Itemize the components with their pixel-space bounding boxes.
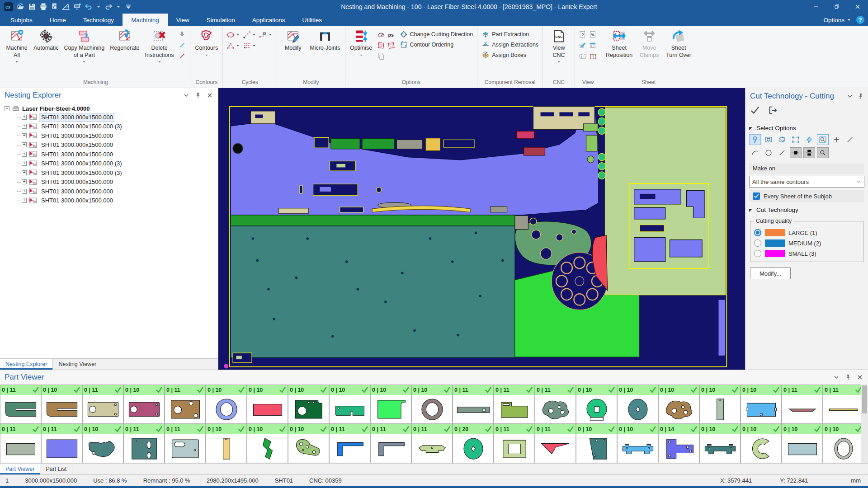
make-on-select[interactable]: All the same contours [749, 176, 864, 188]
part-card[interactable]: 0 | 11 [330, 424, 370, 463]
part-card[interactable]: 0 | 10 [741, 424, 781, 463]
check-box-button[interactable] [578, 41, 587, 50]
part-card[interactable]: 0 | 10 [618, 424, 658, 463]
part-card[interactable]: 0 | 10 [124, 385, 164, 423]
pin-icon[interactable] [194, 92, 202, 99]
redo-icon[interactable] [104, 3, 113, 11]
radio-button[interactable] [754, 250, 761, 257]
sheet-turn-over-button[interactable]: Sheet Turn Over [664, 28, 693, 79]
part-card[interactable]: 0 | 11 [0, 424, 41, 463]
slash-red-button[interactable] [178, 52, 186, 60]
tool-double-square-button[interactable] [803, 147, 815, 158]
part-card[interactable]: 0 | 10 [741, 385, 781, 423]
part-card[interactable]: 0 | 11 [371, 424, 411, 463]
tab-applications[interactable]: Applications [244, 14, 294, 26]
machine-all-button[interactable]: Machine All [3, 28, 30, 79]
doc-percent-button[interactable]: % [589, 30, 598, 39]
part-card[interactable]: 0 | 10 [782, 424, 822, 463]
dropdown-caret-icon[interactable] [116, 4, 121, 9]
part-card[interactable]: 0 | 20 [453, 424, 493, 463]
cycle-ellipse-button[interactable] [226, 30, 241, 39]
tree-item-sheet-9[interactable]: +SHT01 3000.000x1500.000 [17, 187, 218, 196]
part-card[interactable]: 0 | 10 [206, 424, 246, 463]
ps-button[interactable]: ps [387, 30, 396, 39]
delete-instructions-button[interactable]: Delete Instructions [143, 28, 176, 79]
tool-line-button[interactable] [776, 147, 788, 158]
tree-item-sheet-5[interactable]: +SHT01 3000.000x1500.000 [17, 150, 218, 159]
tree-item-sheet-3[interactable]: +SHT01 3000.000x1500.000 [17, 131, 218, 141]
arrow-down-gray-button[interactable] [178, 30, 186, 38]
tree-item-sheet-6[interactable]: +SHT01 3000.000x1500.000 (3) [17, 159, 218, 169]
tool-zoom-window-button[interactable] [817, 134, 829, 145]
tree-item-sheet-1[interactable]: +SHT01 3000.000x1500.000 [17, 113, 218, 122]
partviewer-tab-part-viewer[interactable]: Part Viewer [0, 464, 40, 474]
expand-box[interactable]: + [22, 198, 27, 203]
explorer-tab-nesting-viewer[interactable]: Nesting Viewer [53, 359, 102, 370]
cycle-corner-button[interactable] [259, 30, 274, 39]
expand-box[interactable]: + [22, 142, 27, 147]
confirm-button[interactable] [750, 105, 760, 115]
partviewer-tab-part-list[interactable]: Part List [40, 464, 72, 474]
tab-subjobs[interactable]: Subjobs [2, 14, 41, 26]
expand-box[interactable]: + [22, 152, 27, 157]
ex-logo-icon[interactable]: ex [4, 2, 14, 12]
copy-doc-button[interactable] [377, 52, 386, 61]
part-card[interactable]: 0 | 10 [83, 424, 123, 463]
optimise-button[interactable]: Optimise [348, 28, 375, 79]
tool-box-button[interactable] [790, 134, 802, 145]
tab-simulation[interactable]: Simulation [198, 14, 244, 26]
chevron-down-icon[interactable] [183, 92, 190, 99]
contour-ordering-button[interactable]: Contour Ordering [400, 41, 473, 49]
cycle-points-button[interactable] [226, 41, 241, 50]
tab-home[interactable]: Home [41, 14, 75, 26]
customize-icon[interactable] [124, 3, 132, 11]
tree-item-sheet-8[interactable]: +SHT01 3000.000x1500.000 [17, 178, 218, 187]
part-card[interactable]: 0 | 10 [659, 385, 699, 423]
automatic-button[interactable]: Automatic [31, 28, 61, 79]
chevron-down-icon[interactable] [833, 374, 840, 381]
close-icon[interactable] [856, 374, 863, 381]
options-menu[interactable]: Options [823, 17, 852, 23]
part-card[interactable]: 0 | 10 [42, 385, 82, 423]
assign-extractions-button[interactable]: Assign Extractions [481, 41, 538, 49]
tree-item-sheet-4[interactable]: +SHT01 3000.000x1500.000 [17, 141, 218, 150]
part-card[interactable]: 0 | 10 [412, 385, 452, 423]
assign-boxes-button[interactable]: Assign Boxes [481, 51, 538, 59]
part-card[interactable]: 0 | 10 [330, 385, 370, 423]
quality-option-small[interactable]: SMALL (3) [754, 250, 859, 257]
save-icon[interactable] [28, 3, 36, 11]
tab-utilities[interactable]: Utilities [294, 14, 331, 26]
part-card[interactable]: 0 | 10 [576, 424, 617, 463]
modify-button[interactable]: Modify [279, 28, 307, 79]
pin-icon[interactable] [857, 93, 864, 100]
cut-technology-section[interactable]: ◤ Cut Technology [745, 202, 868, 216]
change-cutting-direction-button[interactable]: Change Cutting Direction [400, 30, 473, 38]
tool-quick-button[interactable] [803, 134, 815, 145]
stamp-outline-button[interactable] [387, 41, 396, 50]
radio-button[interactable] [754, 229, 761, 236]
clamp-pins-button[interactable] [589, 52, 598, 61]
sheet-reposition-button[interactable]: Sheet Reposition [604, 28, 635, 79]
nesting-canvas[interactable] [218, 88, 745, 370]
slash-blue-button[interactable] [178, 41, 186, 49]
tab-technology[interactable]: Technology [75, 14, 123, 26]
clamp-blue-button[interactable] [589, 41, 598, 50]
part-extraction-button[interactable]: Part Extraction [481, 30, 538, 38]
part-card[interactable]: 0 | 10 [288, 385, 329, 423]
part-card[interactable]: 0 | 11 [83, 385, 123, 423]
part-card[interactable]: 0 | 10 [247, 424, 288, 463]
part-card[interactable]: 0 | 10 [618, 385, 658, 423]
part-card[interactable]: 0 | 11 [124, 424, 164, 463]
part-card[interactable]: 0 | 11 [165, 424, 205, 463]
view-cnc-button[interactable]: CNCView CNC [545, 28, 572, 79]
tree-root-item[interactable]: −Laser Fiber-Steel-4.0000 [5, 104, 218, 113]
tool-plus-button[interactable] [830, 134, 842, 145]
part-card[interactable]: 0 | 11 [494, 385, 534, 423]
part-card[interactable]: 0 | 10 [206, 385, 246, 423]
copy-machining-of-a-part-button[interactable]: Copy Machining of a Part [62, 28, 107, 79]
contours-button[interactable]: Contours [193, 28, 220, 79]
minimize-button[interactable] [806, 0, 826, 14]
preview-icon[interactable] [51, 3, 59, 11]
undo-icon[interactable] [85, 3, 93, 11]
explorer-tab-nesting-explorer[interactable]: Nesting Explorer [0, 359, 53, 370]
